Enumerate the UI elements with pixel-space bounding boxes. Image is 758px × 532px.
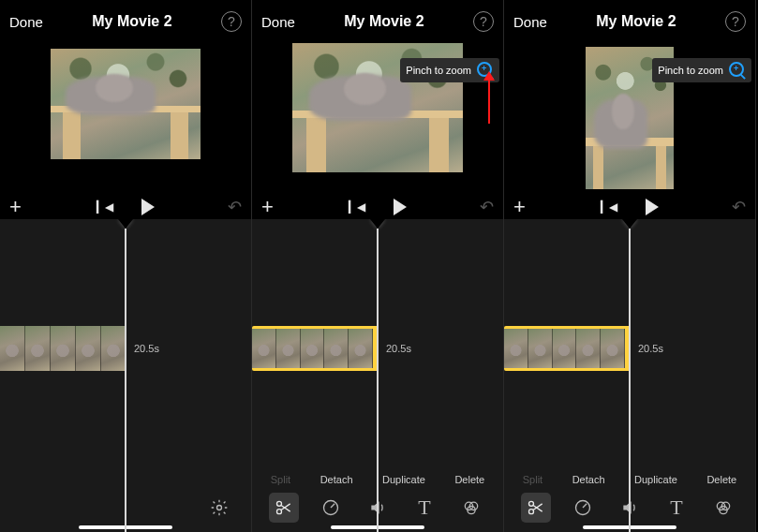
done-button[interactable]: Done: [9, 14, 43, 30]
transport-bar: + ▎◀ ↶: [504, 195, 755, 219]
help-button[interactable]: ?: [473, 11, 494, 32]
project-title: My Movie 2: [596, 13, 676, 30]
pinch-label: Pinch to zoom: [406, 65, 471, 76]
scissors-icon: [527, 498, 545, 517]
undo-button[interactable]: ↶: [732, 197, 746, 217]
video-clip-selected[interactable]: [504, 326, 631, 371]
play-button[interactable]: [646, 199, 659, 215]
svg-point-2: [277, 510, 282, 514]
screen-1: Done My Movie 2 ? + ▎◀ ↶ 20.5s: [0, 0, 252, 532]
delete-button[interactable]: Delete: [706, 474, 736, 485]
preview-area[interactable]: Pinch to zoom +: [252, 43, 503, 195]
skip-to-start-button[interactable]: ▎◀: [97, 200, 113, 214]
skip-to-start-button[interactable]: ▎◀: [349, 200, 365, 214]
split-button: Split: [271, 474, 290, 485]
add-media-button[interactable]: +: [9, 195, 22, 219]
skip-to-start-button[interactable]: ▎◀: [601, 200, 617, 214]
titles-button[interactable]: T: [409, 493, 439, 523]
clip-duration-label: 20.5s: [134, 343, 159, 354]
detach-button[interactable]: Detach: [320, 474, 353, 485]
screen-3: Done My Movie 2 ? Pinch to zoom + + ▎◀ ↶: [504, 0, 756, 532]
speed-button[interactable]: [316, 493, 346, 523]
scissors-icon: [275, 498, 293, 517]
add-media-button[interactable]: +: [261, 195, 274, 219]
delete-button[interactable]: Delete: [454, 474, 484, 485]
preview-area[interactable]: Pinch to zoom +: [504, 43, 755, 195]
help-button[interactable]: ?: [725, 11, 746, 32]
timeline[interactable]: 20.5s Split Detach Duplicate Delete T: [504, 219, 755, 532]
video-clip[interactable]: [0, 326, 126, 371]
pinch-to-zoom-tooltip[interactable]: Pinch to zoom +: [652, 58, 751, 82]
gear-icon: [210, 498, 229, 517]
transport-bar: + ▎◀ ↶: [0, 195, 251, 219]
speedometer-icon: [321, 498, 340, 517]
titles-button[interactable]: T: [661, 493, 691, 523]
video-clip-selected[interactable]: [252, 326, 379, 371]
done-button[interactable]: Done: [261, 14, 295, 30]
header: Done My Movie 2 ?: [504, 0, 755, 43]
help-button[interactable]: ?: [221, 11, 242, 32]
header: Done My Movie 2 ?: [0, 0, 251, 43]
duplicate-button[interactable]: Duplicate: [634, 474, 677, 485]
done-button[interactable]: Done: [513, 14, 547, 30]
actions-button[interactable]: [521, 493, 551, 523]
speedometer-icon: [573, 498, 592, 517]
screen-2: Done My Movie 2 ? Pinch to zoom + + ▎◀ ↶: [252, 0, 504, 532]
annotation-arrow: [488, 79, 490, 124]
project-title: My Movie 2: [344, 13, 424, 30]
split-button: Split: [523, 474, 542, 485]
svg-point-0: [217, 506, 222, 510]
speed-button[interactable]: [568, 493, 598, 523]
project-title: My Movie 2: [92, 13, 171, 30]
play-button[interactable]: [394, 199, 407, 215]
play-button[interactable]: [141, 199, 155, 215]
preview-video-frame[interactable]: [51, 49, 201, 159]
svg-point-7: [529, 501, 534, 506]
playhead[interactable]: [118, 219, 133, 532]
undo-button[interactable]: ↶: [228, 197, 242, 217]
svg-point-8: [529, 510, 534, 514]
duplicate-button[interactable]: Duplicate: [382, 474, 425, 485]
actions-button[interactable]: [269, 493, 299, 523]
clip-duration-label: 20.5s: [638, 343, 663, 354]
filters-button[interactable]: [456, 493, 486, 523]
timeline[interactable]: 20.5s Split Detach Duplicate Delete T: [252, 219, 503, 532]
header: Done My Movie 2 ?: [252, 0, 503, 43]
playhead[interactable]: [622, 219, 637, 532]
undo-button[interactable]: ↶: [480, 197, 494, 217]
add-media-button[interactable]: +: [513, 195, 526, 219]
filters-icon: [462, 498, 481, 517]
settings-button[interactable]: [204, 493, 234, 523]
filters-icon: [714, 498, 733, 517]
svg-point-1: [277, 501, 282, 506]
timeline[interactable]: 20.5s: [0, 219, 251, 532]
clip-duration-label: 20.5s: [386, 343, 411, 354]
zoom-icon: +: [729, 62, 746, 79]
preview-area[interactable]: [0, 43, 251, 195]
transport-bar: + ▎◀ ↶: [252, 195, 503, 219]
detach-button[interactable]: Detach: [572, 474, 605, 485]
filters-button[interactable]: [708, 493, 738, 523]
playhead[interactable]: [370, 219, 385, 532]
pinch-label: Pinch to zoom: [658, 65, 723, 76]
